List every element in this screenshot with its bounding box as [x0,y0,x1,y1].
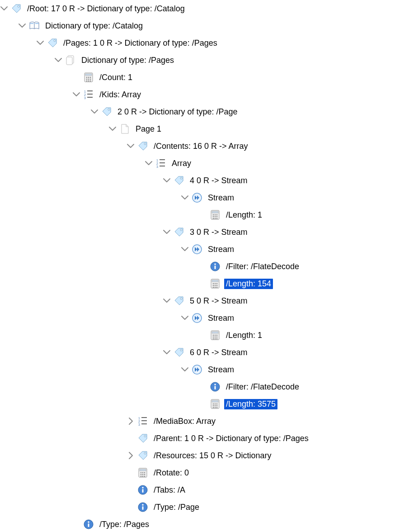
tree-label: 5 0 R -> Stream [188,296,249,306]
tree-label: /Filter: /FlateDecode [224,382,301,392]
tree-label: 4 0 R -> Stream [188,176,249,186]
tree-row-stream-3[interactable]: Stream [181,241,404,258]
tree-row-stream-5[interactable]: Stream [181,309,404,327]
chevron-down-icon[interactable] [181,194,189,202]
tree-row-rotate[interactable]: /Rotate: 0 [127,464,404,481]
stream-icon [192,313,202,323]
tree-row-count[interactable]: /Count: 1 [72,69,404,86]
chevron-down-icon[interactable] [181,366,189,374]
info-icon [137,484,148,495]
tree-label: /Contents: 16 0 R -> Array [152,141,250,152]
tree-row-mediabox[interactable]: /MediaBox: Array [127,413,404,430]
info-icon [210,261,221,272]
chevron-down-icon[interactable] [163,348,171,356]
tree-label: /Length: 1 [224,330,264,341]
tree-row-filter-6[interactable]: /Filter: /FlateDecode [199,378,404,395]
pdf-structure-tree: /Root: 17 0 R -> Dictionary of type: /Ca… [0,0,404,532]
tree-row-length-3[interactable]: /Length: 154 [199,275,404,292]
chevron-down-icon[interactable] [72,90,80,99]
chevron-down-icon[interactable] [127,142,135,150]
chevron-down-icon[interactable] [18,22,26,30]
chevron-down-icon[interactable] [163,176,171,185]
chevron-down-icon[interactable] [108,125,117,133]
chevron-down-icon[interactable] [163,228,171,236]
tree-row-length-5[interactable]: /Length: 1 [199,327,404,344]
page-icon [119,124,130,134]
tree-row-pages-dict[interactable]: Dictionary of type: /Pages [54,52,404,69]
tree-label: Stream [206,313,236,323]
info-icon [210,381,221,392]
tree-row-tabs[interactable]: /Tabs: /A [127,481,404,499]
tree-row-length-6[interactable]: /Length: 3575 [199,395,404,413]
tree-row-kids[interactable]: /Kids: Array [72,86,404,103]
tag-icon [137,450,148,461]
tree-label-selected: /Length: 154 [224,279,273,289]
tree-row-parent[interactable]: /Parent: 1 0 R -> Dictionary of type: /P… [127,430,404,447]
tree-label: /Resources: 15 0 R -> Dictionary [152,451,273,461]
tag-icon [101,106,112,117]
tree-row-stream-ref-3[interactable]: 3 0 R -> Stream [163,223,404,241]
tag-icon [174,175,184,186]
tree-label: Array [170,158,193,169]
chevron-down-icon[interactable] [0,5,8,13]
pages-icon [65,55,76,66]
tree-row-filter-3[interactable]: /Filter: /FlateDecode [199,258,404,275]
tree-label: /Root: 17 0 R -> Dictionary of type: /Ca… [25,4,187,14]
chevron-down-icon[interactable] [163,297,171,305]
tree-label: /MediaBox: Array [152,416,217,427]
info-icon [137,502,148,513]
calculator-icon [137,467,148,478]
tree-label: Stream [206,244,236,255]
calculator-icon [210,330,221,341]
tag-icon [174,295,184,306]
chevron-down-icon[interactable] [54,56,62,64]
tree-row-stream-6[interactable]: Stream [181,361,404,378]
tree-row-length-4[interactable]: /Length: 1 [199,206,404,223]
tree-row-stream-ref-6[interactable]: 6 0 R -> Stream [163,344,404,361]
tree-row-catalog-dict[interactable]: Dictionary of type: /Catalog [18,17,404,34]
tree-label: Dictionary of type: /Catalog [43,21,145,31]
array-icon [155,158,166,169]
stream-icon [192,244,202,255]
tree-row-resources[interactable]: /Resources: 15 0 R -> Dictionary [127,447,404,464]
tree-label: 6 0 R -> Stream [188,347,249,358]
tree-label: /Rotate: 0 [152,468,191,478]
chevron-down-icon[interactable] [90,108,99,116]
tree-row-page1[interactable]: Page 1 [108,120,404,138]
tag-icon [137,433,148,444]
tree-row-root[interactable]: /Root: 17 0 R -> Dictionary of type: /Ca… [0,0,404,17]
tree-row-stream-4[interactable]: Stream [181,189,404,206]
info-icon [83,519,94,530]
stream-icon [192,364,202,375]
chevron-down-icon[interactable] [145,159,153,167]
tree-row-pages-ref[interactable]: /Pages: 1 0 R -> Dictionary of type: /Pa… [36,34,404,52]
tree-label: /Type: /Page [152,502,201,513]
chevron-down-icon[interactable] [36,39,44,47]
chevron-down-icon[interactable] [181,245,189,253]
calculator-icon [210,278,221,289]
tree-label: /Tabs: /A [152,485,187,495]
chevron-right-icon[interactable] [127,417,135,425]
tree-label: /Count: 1 [98,72,134,83]
tree-row-stream-ref-5[interactable]: 5 0 R -> Stream [163,292,404,309]
chevron-right-icon[interactable] [127,451,135,460]
tag-icon [174,227,184,238]
tree-label: /Type: /Pages [98,519,151,530]
book-icon [29,20,40,31]
tree-row-contents[interactable]: /Contents: 16 0 R -> Array [127,138,404,155]
tree-row-pages-type[interactable]: /Type: /Pages [72,516,404,532]
tree-row-page-type[interactable]: /Type: /Page [127,499,404,516]
tree-label: Stream [206,365,236,375]
tree-row-stream-ref-4[interactable]: 4 0 R -> Stream [163,172,404,189]
tree-row-page-ref[interactable]: 2 0 R -> Dictionary of type: /Page [90,103,404,120]
tree-label: Dictionary of type: /Pages [80,55,176,66]
tree-label: Page 1 [134,124,163,134]
tag-icon [174,347,184,358]
chevron-down-icon[interactable] [181,314,189,322]
tree-label: /Parent: 1 0 R -> Dictionary of type: /P… [152,433,310,444]
tree-row-contents-array[interactable]: Array [145,155,404,172]
tag-icon [47,38,58,48]
tree-label: /Length: 1 [224,210,264,220]
tag-icon [11,3,22,14]
tree-label: 3 0 R -> Stream [188,227,249,238]
